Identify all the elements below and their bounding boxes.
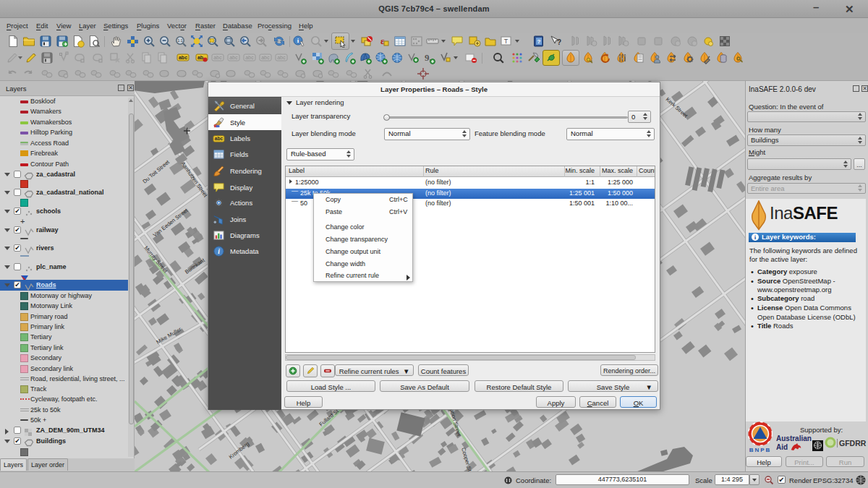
svg-text:?: ? bbox=[557, 38, 561, 46]
svg-text:1:1: 1:1 bbox=[177, 38, 183, 43]
svg-text:abc: abc bbox=[179, 55, 187, 60]
svg-text:abc: abc bbox=[213, 55, 222, 60]
svg-text:abc: abc bbox=[245, 55, 254, 60]
svg-text:abc: abc bbox=[277, 55, 286, 60]
svg-text:i: i bbox=[218, 248, 220, 255]
svg-text:abc: abc bbox=[261, 55, 270, 60]
svg-text:?: ? bbox=[537, 38, 541, 45]
svg-text:T: T bbox=[504, 38, 509, 45]
svg-text:ab: ab bbox=[197, 55, 203, 60]
svg-text:abc: abc bbox=[229, 55, 238, 60]
svg-text:abc: abc bbox=[215, 136, 224, 141]
